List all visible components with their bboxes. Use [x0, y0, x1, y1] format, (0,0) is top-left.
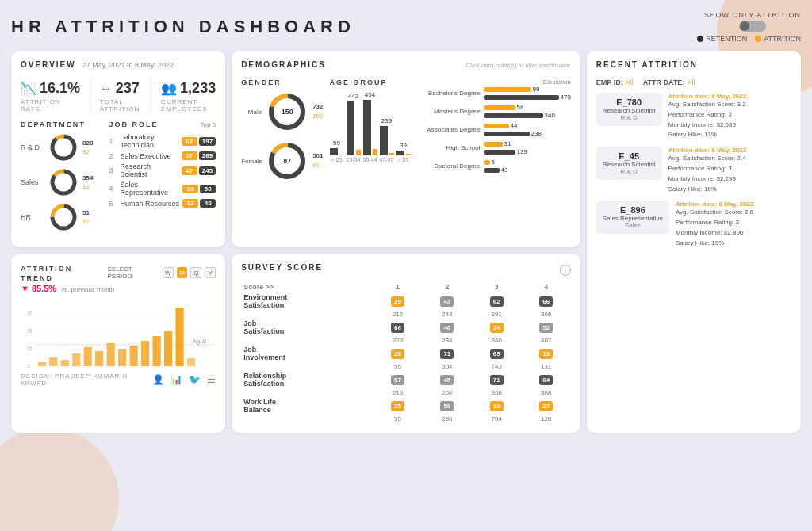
survey-count-row: 219258368388 — [241, 388, 571, 397]
survey-score-title: SURVEY SCORE — [241, 263, 323, 272]
gender-section: GENDER Male 150 732 150 Female — [241, 78, 323, 181]
period-y-btn[interactable]: Y — [205, 267, 216, 278]
edu-name: Bachelor's Degree — [417, 90, 481, 97]
trend-chart: 0 20 40 60 Avg. 18 — [21, 298, 216, 369]
age-bar-attrition — [373, 149, 377, 155]
emp-dept: R & D — [603, 114, 656, 121]
demographics-card: DEMOGRAPHICS Click data point(s) to filt… — [232, 51, 580, 247]
attrition-item[interactable]: E_896 Sales Representative Sales Attriti… — [596, 201, 791, 248]
jobrole-total-badge: 245 — [199, 166, 216, 175]
score-cell: 25 — [391, 401, 404, 411]
kpi-current-employees: 👥 1,233 CURRENT EMPLOYEES — [161, 80, 216, 113]
edu-attrition-bar — [484, 105, 515, 110]
job-role-title: JOB ROLE — [109, 120, 159, 128]
score-cell: 52 — [539, 323, 553, 333]
emp-id: E_896 — [603, 205, 663, 215]
dept-item[interactable]: R & D 828 92 — [21, 133, 103, 162]
dept-donut — [49, 203, 78, 231]
age-bar-group[interactable]: 239 45-55 — [380, 117, 394, 162]
edu-item[interactable]: High School 31 139 — [417, 140, 571, 155]
dept-item[interactable]: HR 51 12 — [21, 203, 103, 231]
score-cell: 43 — [440, 296, 454, 307]
edu-item[interactable]: Bachelor's Degree 99 473 — [417, 86, 571, 101]
attrition-details: Attrition date: 6 May, 2022 Avg. Satisfa… — [676, 201, 791, 248]
footer-icons: 👤 📊 🐦 ☰ — [152, 374, 216, 385]
twitter-icon: 🐦 — [189, 374, 201, 385]
education-legend-label: Education — [542, 78, 571, 86]
score-cell: 62 — [490, 296, 504, 307]
gender-item[interactable]: Female 87 501 87 — [241, 140, 323, 181]
demographics-title: DEMOGRAPHICS — [241, 60, 326, 69]
svg-rect-27 — [61, 360, 69, 366]
trend-footer: DESIGN: PRADEEP KUMAR G #RWFD 👤 📊 🐦 ☰ — [21, 372, 216, 387]
jobrole-item[interactable]: 2 Sales Executive 57 269 — [109, 151, 216, 160]
age-bar-attrition — [389, 153, 394, 155]
gender-item[interactable]: Male 150 732 150 — [241, 91, 323, 132]
period-q-btn[interactable]: Q — [190, 267, 201, 278]
score-cell: 57 — [391, 375, 404, 385]
gender-nums: 501 87 — [312, 151, 323, 170]
score-cell: 69 — [490, 349, 504, 359]
survey-count-row: 55286764126 — [241, 414, 571, 423]
edu-item[interactable]: Doctoral Degree 5 43 — [417, 159, 571, 174]
edu-item[interactable]: Associates Degree 44 238 — [417, 122, 571, 137]
header-controls: SHOW ONLY ATTRITION RETENTION ATTRITION — [697, 11, 801, 43]
info-icon[interactable]: i — [560, 265, 571, 276]
demographics-inner: GENDER Male 150 732 150 Female — [241, 78, 571, 181]
age-bar-retention — [363, 100, 371, 155]
edu-item[interactable]: Master's Degree 58 340 — [417, 104, 571, 119]
survey-score-header: SURVEY SCORE i — [241, 263, 571, 277]
score-cell: 19 — [539, 349, 553, 359]
kpi-total-attrition: ↔ 237 TOTAL ATTRITION — [100, 80, 142, 113]
edu-retention-bar — [484, 132, 530, 136]
age-bar-retention — [380, 126, 388, 155]
jobrole-item[interactable]: 4 Sales Representative 33 50 — [109, 181, 216, 197]
attrition-item[interactable]: E_45 Research Scientist R & D Attrition … — [596, 147, 791, 194]
show-only-attrition-toggle[interactable]: SHOW ONLY ATTRITION — [704, 11, 801, 32]
attrition-item[interactable]: E_780 Research Scientist R & D Attrition… — [596, 93, 791, 140]
jobrole-attrition-badge: 47 — [182, 166, 197, 175]
toggle-switch[interactable] — [739, 21, 766, 32]
job-role-section: JOB ROLE Top 5 1 Laboratory Technician 6… — [109, 120, 216, 231]
age-bar-group[interactable]: 39 > 55 — [396, 142, 411, 162]
trend-pct-change: ▼ 85.5% — [21, 284, 56, 293]
age-bar-group[interactable]: 442 25-34 — [347, 93, 361, 162]
age-bar-group[interactable]: 59 < 25 — [330, 139, 344, 162]
jobrole-item[interactable]: 1 Laboratory Technician 62 197 — [109, 133, 216, 149]
attr-date: Attrition date: 6 May, 2022 — [668, 147, 791, 154]
age-bar-group[interactable]: 454 35-44 — [363, 91, 377, 162]
page-title: HR ATTRITION DASHBOARD — [11, 17, 355, 37]
education-list: Bachelor's Degree 99 473 Master's Degree… — [417, 86, 571, 174]
jobrole-item[interactable]: 3 Research Scientist 47 245 — [109, 162, 216, 178]
score-cell: 58 — [440, 401, 454, 411]
dept-item[interactable]: Sales 354 12 — [21, 168, 103, 197]
emp-id-filter[interactable]: EMP ID: All — [596, 78, 634, 86]
svg-rect-32 — [118, 349, 126, 366]
svg-rect-26 — [49, 357, 57, 366]
jobrole-total-badge: 197 — [199, 137, 216, 146]
age-bar-retention — [330, 148, 338, 155]
jobrole-item[interactable]: 5 Human Resources 12 40 — [109, 199, 216, 208]
svg-rect-38 — [187, 358, 195, 366]
age-bar-chart: 59 < 25 442 25-34 454 35-44 239 — [330, 91, 411, 162]
svg-rect-36 — [164, 331, 172, 366]
jobrole-attrition-badge: 12 — [182, 199, 198, 208]
legend-attrition: ATTRITION — [755, 35, 801, 43]
period-m-btn[interactable]: M — [177, 267, 188, 278]
department-title: DEPARTMENT — [21, 120, 103, 128]
header: HR ATTRITION DASHBOARD SHOW ONLY ATTRITI… — [11, 11, 801, 43]
period-w-btn[interactable]: W — [163, 267, 174, 278]
jobrole-total-badge: 40 — [200, 199, 216, 208]
emp-card: E_780 Research Scientist R & D — [596, 93, 662, 126]
education-section: Education Bachelor's Degree 99 473 Maste… — [417, 78, 571, 181]
survey-score-row: JobInvolvement28716919 — [241, 345, 571, 362]
jobrole-attrition-badge: 62 — [182, 137, 197, 146]
attr-date-filter[interactable]: ATTR DATE: All — [643, 78, 695, 86]
survey-score-row: Work LifeBalance25581927 — [241, 397, 571, 414]
attrition-list: E_780 Research Scientist R & D Attrition… — [596, 93, 791, 249]
survey-table: Score >> 1 2 3 4 EnvironmentSatisfaction… — [241, 281, 571, 423]
svg-point-1 — [52, 136, 75, 159]
survey-count-row: 223234340407 — [241, 336, 571, 345]
age-bar-attrition — [406, 154, 411, 155]
edu-retention-bar — [484, 150, 515, 155]
